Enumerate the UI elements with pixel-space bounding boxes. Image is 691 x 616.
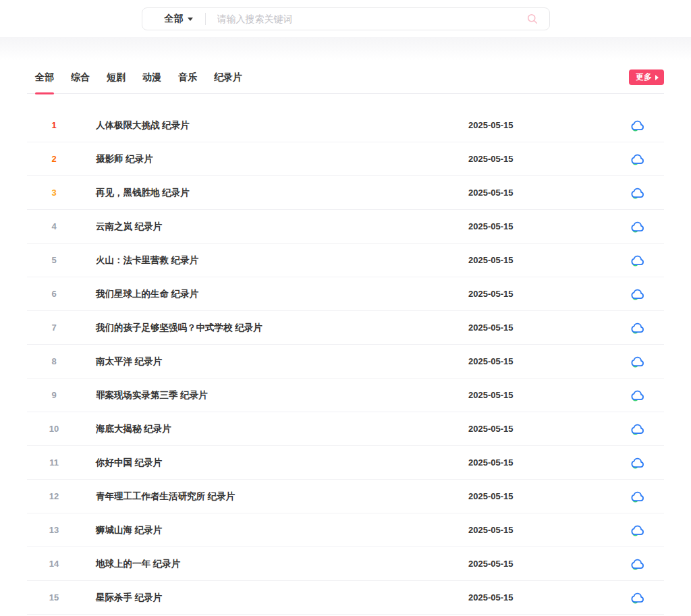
- video-title[interactable]: 南太平洋 纪录片: [81, 356, 468, 368]
- caret-down-icon: [188, 18, 193, 21]
- magnifier-icon: [526, 13, 538, 25]
- video-title[interactable]: 地球上的一年 纪录片: [81, 558, 468, 570]
- update-date: 2025-05-15: [468, 221, 630, 231]
- cloud-download-button[interactable]: [630, 388, 664, 403]
- rank-number: 6: [27, 289, 81, 299]
- list-item: 12 青年理工工作者生活研究所 纪录片 2025-05-15: [27, 480, 664, 513]
- update-date: 2025-05-15: [468, 592, 630, 603]
- cloud-download-button[interactable]: [630, 118, 664, 133]
- list-item: 4 云南之岚 纪录片 2025-05-15: [27, 210, 664, 244]
- cloud-download-icon: [630, 354, 645, 369]
- list-item: 5 火山：法卡里营救 纪录片 2025-05-15: [27, 244, 664, 277]
- search-bar: 全部: [142, 7, 550, 30]
- category-tab-label: 综合: [71, 72, 90, 82]
- cloud-download-icon: [630, 320, 645, 335]
- rank-number: 15: [27, 592, 81, 603]
- update-date: 2025-05-15: [468, 525, 630, 535]
- update-date: 2025-05-15: [468, 188, 630, 198]
- video-title[interactable]: 你好中国 纪录片: [81, 457, 468, 469]
- update-date: 2025-05-15: [468, 424, 630, 434]
- search-button[interactable]: [521, 13, 549, 25]
- category-tab[interactable]: 动漫: [142, 62, 161, 93]
- cloud-download-button[interactable]: [630, 152, 664, 167]
- list-item: 6 我们星球上的生命 纪录片 2025-05-15: [27, 277, 664, 311]
- cloud-download-button[interactable]: [630, 186, 664, 200]
- video-title[interactable]: 狮城山海 纪录片: [81, 524, 468, 536]
- video-title[interactable]: 摄影师 纪录片: [81, 153, 468, 165]
- more-button[interactable]: 更多: [629, 69, 664, 85]
- cloud-download-button[interactable]: [630, 320, 664, 335]
- cloud-download-button[interactable]: [630, 489, 664, 504]
- cloud-download-button[interactable]: [630, 523, 664, 538]
- video-title[interactable]: 再见，黑钱胜地 纪录片: [81, 187, 468, 199]
- rank-number: 5: [27, 255, 81, 265]
- cloud-download-icon: [630, 422, 645, 437]
- rank-number: 2: [27, 154, 81, 164]
- arrow-right-icon: [655, 75, 659, 80]
- list-item: 15 星际杀手 纪录片 2025-05-15: [27, 581, 664, 615]
- list-item: 2 摄影师 纪录片 2025-05-15: [27, 142, 664, 176]
- list-item: 14 地球上的一年 纪录片 2025-05-15: [27, 547, 664, 581]
- cloud-download-button[interactable]: [630, 287, 664, 302]
- ranking-list: 1 人体极限大挑战 纪录片 2025-05-15 2 摄影师 纪录片 2025-…: [27, 109, 664, 615]
- category-tab[interactable]: 纪录片: [214, 62, 242, 93]
- video-title[interactable]: 青年理工工作者生活研究所 纪录片: [81, 491, 468, 503]
- search-input[interactable]: [206, 13, 521, 24]
- cloud-download-icon: [630, 287, 645, 302]
- update-date: 2025-05-15: [468, 120, 630, 130]
- update-date: 2025-05-15: [468, 255, 630, 265]
- cloud-download-button[interactable]: [630, 219, 664, 234]
- video-title[interactable]: 我们星球上的生命 纪录片: [81, 288, 468, 300]
- video-title[interactable]: 海底大揭秘 纪录片: [81, 423, 468, 435]
- list-item: 8 南太平洋 纪录片 2025-05-15: [27, 345, 664, 379]
- rank-number: 4: [27, 221, 81, 231]
- category-tab-label: 动漫: [142, 72, 161, 82]
- rank-number: 8: [27, 356, 81, 366]
- update-date: 2025-05-15: [468, 559, 630, 569]
- list-item: 1 人体极限大挑战 纪录片 2025-05-15: [27, 109, 664, 142]
- category-tab-label: 短剧: [107, 72, 126, 82]
- category-tab[interactable]: 全部: [35, 62, 54, 93]
- cloud-download-icon: [630, 523, 645, 538]
- cloud-download-button[interactable]: [630, 422, 664, 437]
- video-title[interactable]: 罪案现场实录第三季 纪录片: [81, 389, 468, 401]
- cloud-download-icon: [630, 489, 645, 504]
- cloud-download-button[interactable]: [630, 590, 664, 605]
- update-date: 2025-05-15: [468, 390, 630, 400]
- update-date: 2025-05-15: [468, 457, 630, 468]
- cloud-download-button[interactable]: [630, 455, 664, 470]
- rank-number: 13: [27, 525, 81, 535]
- top-header: 全部: [0, 0, 691, 37]
- cloud-download-button[interactable]: [630, 354, 664, 369]
- cloud-download-icon: [630, 253, 645, 268]
- cloud-download-button[interactable]: [630, 557, 664, 571]
- cloud-download-icon: [630, 455, 645, 470]
- category-tab[interactable]: 综合: [71, 62, 90, 93]
- video-title[interactable]: 星际杀手 纪录片: [81, 592, 468, 604]
- cloud-download-button[interactable]: [630, 253, 664, 268]
- video-title[interactable]: 人体极限大挑战 纪录片: [81, 119, 468, 132]
- more-button-label: 更多: [636, 72, 652, 83]
- category-tabs: 全部 综合 短剧 动漫 音乐 纪录片 更多: [27, 61, 664, 94]
- rank-number: 11: [27, 457, 81, 468]
- video-title[interactable]: 我们的孩子足够坚强吗？中式学校 纪录片: [81, 322, 468, 334]
- update-date: 2025-05-15: [468, 356, 630, 366]
- video-title[interactable]: 云南之岚 纪录片: [81, 221, 468, 233]
- category-tab-label: 全部: [35, 72, 54, 82]
- cloud-download-icon: [630, 388, 645, 403]
- rank-number: 7: [27, 323, 81, 333]
- category-tab[interactable]: 音乐: [178, 62, 197, 93]
- category-tab[interactable]: 短剧: [107, 62, 126, 93]
- rank-number: 14: [27, 559, 81, 569]
- cloud-download-icon: [630, 152, 645, 167]
- cloud-download-icon: [630, 219, 645, 234]
- rank-number: 3: [27, 188, 81, 198]
- update-date: 2025-05-15: [468, 491, 630, 501]
- cloud-download-icon: [630, 590, 645, 605]
- video-title[interactable]: 火山：法卡里营救 纪录片: [81, 254, 468, 267]
- list-item: 7 我们的孩子足够坚强吗？中式学校 纪录片 2025-05-15: [27, 311, 664, 345]
- rank-number: 1: [27, 120, 81, 130]
- update-date: 2025-05-15: [468, 154, 630, 164]
- search-category-select[interactable]: 全部: [142, 13, 205, 25]
- category-tab-label: 纪录片: [214, 72, 242, 82]
